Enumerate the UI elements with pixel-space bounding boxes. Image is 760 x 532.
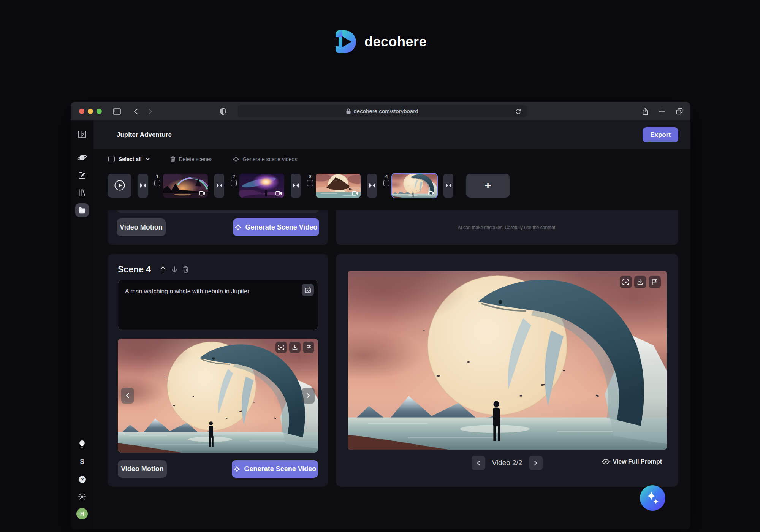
zoom-window-button[interactable] [97, 109, 102, 114]
previous-video-button[interactable] [472, 456, 485, 470]
address-bar[interactable]: decohere.com/storyboard [238, 105, 527, 117]
app-header: Jupiter Adventure Export [93, 120, 690, 149]
next-video-button[interactable] [529, 456, 543, 470]
flag-image-button[interactable] [649, 276, 661, 288]
reload-icon[interactable] [513, 107, 523, 117]
transition-button[interactable] [367, 174, 377, 198]
share-icon[interactable] [640, 106, 650, 116]
ai-assistant-button[interactable] [640, 485, 665, 511]
delete-scene-button[interactable] [183, 266, 189, 273]
add-scene-button[interactable]: + [466, 174, 510, 198]
play-storyboard-button[interactable] [108, 174, 131, 198]
scene-checkbox[interactable] [154, 180, 160, 186]
scene-3-card-partial: Video Motion Generate Scene Video [108, 210, 328, 245]
browser-chrome: decohere.com/storyboard [71, 102, 690, 120]
expand-icon [622, 279, 629, 285]
transition-button[interactable] [214, 174, 224, 198]
close-window-button[interactable] [79, 109, 84, 114]
scene-number: 4 [385, 174, 388, 179]
scene-strip-item-3[interactable]: 3 [307, 174, 361, 198]
scene-thumbnail-3[interactable] [316, 174, 361, 198]
scene-number: 1 [156, 174, 158, 179]
brightness-icon[interactable] [75, 490, 89, 504]
sparkles-icon [645, 491, 660, 506]
download-image-button[interactable] [289, 342, 301, 353]
new-tab-plus-icon[interactable] [657, 106, 667, 116]
panel-expand-icon[interactable] [75, 127, 89, 141]
expand-image-button[interactable] [276, 342, 287, 353]
brand-logo: decohere [0, 30, 760, 54]
transition-button[interactable] [291, 174, 301, 198]
move-scene-down-button[interactable] [171, 266, 177, 273]
download-image-button[interactable] [634, 276, 646, 288]
shield-icon[interactable] [218, 106, 228, 116]
traffic-lights[interactable] [79, 109, 102, 114]
url-text: decohere.com/storyboard [353, 108, 418, 114]
lightbulb-icon[interactable] [75, 437, 89, 451]
scene-checkbox[interactable] [307, 180, 313, 186]
video-motion-button[interactable]: Video Motion [118, 460, 167, 478]
camera-icon [199, 191, 206, 196]
next-image-button[interactable] [302, 388, 315, 404]
forward-icon[interactable] [145, 106, 155, 116]
scene-strip-item-1[interactable]: 1 [154, 174, 208, 198]
brand-name: decohere [364, 34, 427, 50]
flag-icon [652, 279, 657, 285]
scene-checkbox[interactable] [383, 180, 390, 186]
sidebar-toggle-icon[interactable] [112, 106, 122, 116]
scene-4-image-preview[interactable] [118, 339, 318, 453]
scene-checkbox[interactable] [231, 180, 237, 186]
scene-number: 3 [309, 174, 311, 179]
download-icon [637, 279, 643, 285]
scene-thumbnail-1[interactable] [163, 174, 208, 198]
select-all-label[interactable]: Select all [119, 156, 142, 162]
move-scene-up-button[interactable] [160, 266, 166, 273]
view-full-prompt-button[interactable]: View Full Prompt [602, 458, 662, 465]
previous-image-button[interactable] [121, 388, 134, 404]
view-full-prompt-label: View Full Prompt [613, 458, 662, 465]
scene-strip-item-2[interactable]: 2 [231, 174, 284, 198]
generate-scene-videos-label: Generate scene videos [242, 156, 297, 162]
avatar[interactable]: H [76, 508, 88, 519]
scene-prompt-input[interactable]: A man watching a whale with nebula in Ju… [118, 280, 318, 330]
planet-icon[interactable] [75, 151, 89, 165]
delete-scenes-button[interactable]: Delete scenes [170, 156, 213, 162]
scene-thumbnail-4-selected[interactable] [392, 174, 437, 198]
folder-icon[interactable] [75, 203, 89, 217]
scene-strip-item-4[interactable]: 4 [383, 174, 437, 198]
sparkle-icon [234, 466, 240, 472]
library-icon[interactable] [75, 186, 89, 200]
video-motion-button[interactable]: Video Motion [117, 218, 166, 236]
chevron-right-icon [534, 461, 537, 466]
generate-scene-video-button[interactable]: Generate Scene Video [232, 460, 318, 478]
scene-4-card: Scene 4 [108, 254, 328, 487]
transition-button[interactable] [443, 174, 453, 198]
flag-image-button[interactable] [303, 342, 314, 353]
generate-scene-videos-button[interactable]: Generate scene videos [233, 156, 297, 162]
chevron-right-icon [307, 393, 310, 398]
tab-overview-icon[interactable] [674, 106, 684, 116]
back-icon[interactable] [131, 106, 141, 116]
export-button[interactable]: Export [643, 127, 678, 142]
minimize-window-button[interactable] [88, 109, 93, 114]
select-all-checkbox[interactable] [108, 156, 115, 162]
camera-icon [428, 191, 435, 196]
trash-icon [183, 266, 189, 273]
scene-4-preview-panel: Video 2/2 View Full Prompt [336, 254, 678, 487]
help-icon[interactable]: ? [75, 472, 89, 486]
delete-scenes-label: Delete scenes [179, 156, 213, 162]
dollar-icon[interactable]: $ [75, 455, 89, 469]
trash-icon [170, 156, 176, 162]
lock-icon [346, 108, 351, 114]
scene-4-large-preview[interactable] [348, 271, 667, 450]
chevron-left-icon [477, 461, 480, 466]
eye-icon [602, 459, 610, 464]
generate-scene-video-button[interactable]: Generate Scene Video [233, 218, 319, 236]
expand-image-button[interactable] [620, 276, 632, 288]
compose-icon[interactable] [75, 168, 89, 182]
transition-button[interactable] [138, 174, 148, 198]
image-add-button[interactable] [302, 284, 314, 296]
scene-strip: 1 2 [93, 169, 690, 202]
chevron-down-icon[interactable] [146, 158, 150, 160]
scene-thumbnail-2[interactable] [239, 174, 284, 198]
